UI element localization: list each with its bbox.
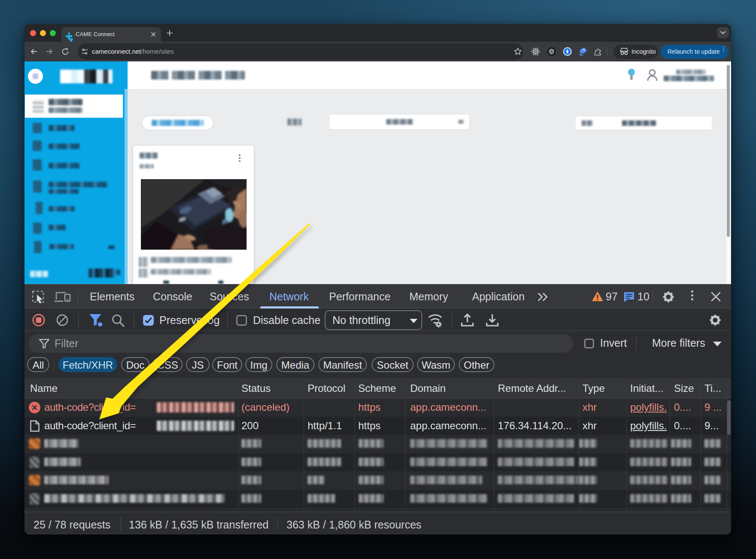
svg-text:A: A [550,49,553,54]
